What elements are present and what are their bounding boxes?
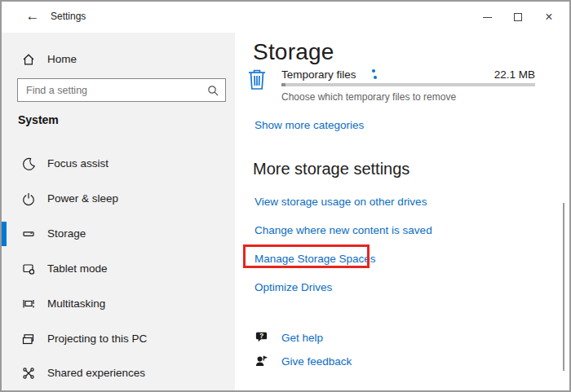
multitask-icon <box>21 297 36 311</box>
temporary-files-description: Choose which temporary files to remove <box>281 91 456 103</box>
window-title: Settings <box>51 11 86 22</box>
sidebar-item-label: Projecting to this PC <box>47 333 147 345</box>
search-icon[interactable] <box>206 84 219 97</box>
spinner-icon <box>374 76 377 79</box>
change-save-location-link[interactable]: Change where new content is saved <box>255 224 432 236</box>
project-icon <box>21 332 36 346</box>
help-bubble-icon: ? <box>255 330 268 344</box>
sidebar-item-label: Power & sleep <box>47 192 118 205</box>
sidebar-item-projecting[interactable]: Projecting to this PC <box>2 325 235 353</box>
more-storage-settings-heading: More storage settings <box>253 160 409 178</box>
show-more-categories-link[interactable]: Show more categories <box>255 119 364 131</box>
sidebar-item-tablet-mode[interactable]: Tablet mode <box>2 255 235 283</box>
power-icon <box>21 192 36 206</box>
settings-window: ← Settings × Home System Focus assi <box>0 0 571 392</box>
search-input[interactable] <box>26 79 197 101</box>
manage-storage-spaces-link[interactable]: Manage Storage Spaces <box>255 253 376 265</box>
sidebar-item-home[interactable]: Home <box>2 46 235 73</box>
minimize-button[interactable] <box>471 2 502 33</box>
trash-icon <box>247 68 267 90</box>
drive-icon <box>21 227 36 241</box>
scrollbar[interactable] <box>563 203 564 371</box>
titlebar: ← Settings × <box>2 2 569 33</box>
sidebar-item-multitasking[interactable]: Multitasking <box>2 290 235 318</box>
minimize-icon <box>483 17 492 18</box>
search-box <box>17 78 226 102</box>
sidebar-item-label: Home <box>47 53 77 65</box>
maximize-button[interactable] <box>502 2 533 33</box>
optimize-drives-link[interactable]: Optimize Drives <box>255 281 332 293</box>
sidebar-item-label: Shared experiences <box>47 367 145 379</box>
view-storage-usage-link[interactable]: View storage usage on other drives <box>255 196 427 208</box>
sidebar-item-label: Focus assist <box>47 157 108 170</box>
close-button[interactable]: × <box>533 2 564 33</box>
get-help-row: ? Get help <box>235 330 569 346</box>
moon-icon <box>21 156 36 171</box>
get-help-link[interactable]: Get help <box>281 332 323 344</box>
sidebar-section-system: System <box>18 113 59 126</box>
sidebar-item-power-sleep[interactable]: Power & sleep <box>2 185 235 213</box>
spinner-icon <box>372 69 375 73</box>
sidebar-item-focus-assist[interactable]: Focus assist <box>2 150 235 178</box>
give-feedback-link[interactable]: Give feedback <box>281 355 352 368</box>
sidebar-item-storage[interactable]: Storage <box>2 220 235 248</box>
sidebar-item-shared-experiences[interactable]: Shared experiences <box>2 359 235 387</box>
give-feedback-row: Give feedback <box>235 354 569 370</box>
progress-fill <box>281 83 286 86</box>
temporary-files-label: Temporary files <box>281 68 356 81</box>
temporary-files-size: 22.1 MB <box>494 68 535 81</box>
maximize-icon <box>514 13 522 21</box>
temporary-files-progress-bar <box>281 83 535 86</box>
svg-text:?: ? <box>259 332 263 340</box>
share-icon <box>21 366 36 381</box>
close-icon: × <box>533 2 564 33</box>
sidebar: Home System Focus assist Power & sleep <box>2 33 235 390</box>
sidebar-item-label: Storage <box>47 227 86 240</box>
tablet-icon <box>21 262 36 276</box>
back-button[interactable]: ← <box>23 7 42 26</box>
window-controls: × <box>471 2 564 33</box>
sidebar-item-label: Tablet mode <box>47 262 108 275</box>
home-icon <box>21 52 36 67</box>
storage-page: Storage Temporary files 22.1 MB Choose w… <box>235 33 569 390</box>
sidebar-item-label: Multitasking <box>47 297 105 310</box>
page-title: Storage <box>253 39 334 65</box>
feedback-person-icon <box>255 354 268 368</box>
